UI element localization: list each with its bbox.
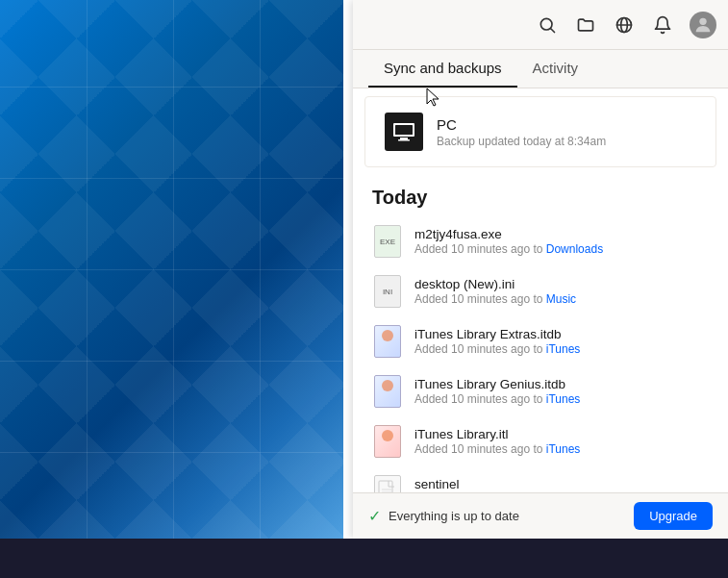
file-name: iTunes Library.itl	[414, 427, 709, 441]
avatar[interactable]	[690, 12, 716, 38]
file-info: iTunes Library Genius.itdb Added 10 minu…	[414, 377, 709, 406]
list-item[interactable]: iTunes Library Genius.itdb Added 10 minu…	[353, 366, 728, 416]
file-icon-ini: INI	[372, 274, 403, 309]
folder-link[interactable]: Music	[546, 292, 576, 306]
file-info: m2tjy4fusa.exe Added 10 minutes ago to D…	[414, 227, 709, 256]
grid-line	[87, 0, 88, 539]
svg-line-1	[551, 28, 555, 32]
pc-icon	[385, 113, 423, 151]
file-meta: Added 10 minutes ago to iTunes	[414, 342, 709, 356]
grid-line	[0, 452, 343, 453]
desktop-grid	[0, 0, 343, 539]
desktop-background	[0, 0, 343, 539]
file-icon-exe: EXE	[372, 224, 403, 259]
file-info: iTunes Library Extras.itdb Added 10 minu…	[414, 327, 709, 356]
file-meta: Added 10 minutes ago to iTunes	[414, 442, 709, 456]
file-icon-itdb2	[372, 374, 403, 409]
folder-icon[interactable]	[574, 13, 597, 37]
status-bar: ✓ Everything is up to date Upgrade	[353, 492, 728, 539]
grid-line	[0, 269, 343, 270]
panel-header	[353, 0, 728, 50]
tabs-bar: Sync and backups Activity	[353, 50, 728, 88]
svg-rect-7	[395, 125, 413, 135]
file-name: m2tjy4fusa.exe	[414, 227, 709, 241]
grid-line	[0, 87, 343, 88]
file-meta: Added 10 minutes ago to iTunes	[414, 392, 709, 406]
grid-line	[0, 361, 343, 362]
svg-point-5	[699, 17, 706, 24]
file-name: desktop (New).ini	[414, 277, 709, 291]
folder-link[interactable]: iTunes	[546, 442, 581, 456]
list-item[interactable]: iTunes Library Extras.itdb Added 10 minu…	[353, 316, 728, 366]
file-name: iTunes Library Extras.itdb	[414, 327, 709, 341]
file-icon-itdb	[372, 324, 403, 359]
tab-activity[interactable]: Activity	[517, 50, 594, 88]
checkmark-icon: ✓	[368, 507, 381, 525]
file-name: iTunes Library Genius.itdb	[414, 377, 709, 391]
dropbox-panel: Sync and backups Activity PC Backup upda…	[353, 0, 728, 539]
taskbar	[0, 539, 728, 578]
search-icon[interactable]	[536, 13, 559, 37]
globe-icon[interactable]	[613, 13, 636, 37]
backup-card[interactable]: PC Backup updated today at 8:34am	[364, 96, 716, 167]
list-item[interactable]: INI desktop (New).ini Added 10 minutes a…	[353, 266, 728, 316]
status-text: ✓ Everything is up to date	[368, 507, 519, 525]
pc-info: PC Backup updated today at 8:34am	[437, 116, 696, 148]
list-item[interactable]: EXE m2tjy4fusa.exe Added 10 minutes ago …	[353, 216, 728, 266]
folder-link[interactable]: Downloads	[546, 242, 603, 256]
bell-icon[interactable]	[651, 13, 674, 37]
grid-line	[0, 178, 343, 179]
file-name: sentinel	[414, 477, 709, 491]
status-label: Everything is up to date	[389, 509, 519, 523]
pc-name: PC	[437, 116, 696, 133]
grid-line	[260, 0, 261, 539]
svg-rect-8	[400, 138, 408, 139]
tab-sync-backups[interactable]: Sync and backups	[368, 50, 517, 88]
file-info: iTunes Library.itl Added 10 minutes ago …	[414, 427, 709, 456]
grid-line	[173, 0, 174, 539]
upgrade-button[interactable]: Upgrade	[634, 502, 713, 530]
svg-rect-9	[398, 139, 410, 141]
pc-status: Backup updated today at 8:34am	[437, 135, 696, 148]
folder-link[interactable]: iTunes	[546, 342, 581, 356]
list-item[interactable]: iTunes Library.itl Added 10 minutes ago …	[353, 416, 728, 466]
file-meta: Added 10 minutes ago to Music	[414, 292, 709, 306]
file-info: desktop (New).ini Added 10 minutes ago t…	[414, 277, 709, 306]
panel-content: PC Backup updated today at 8:34am Today …	[353, 88, 728, 539]
file-meta: Added 10 minutes ago to Downloads	[414, 242, 709, 256]
file-icon-itl	[372, 424, 403, 459]
today-section-title: Today	[353, 175, 728, 216]
folder-link[interactable]: iTunes	[546, 392, 581, 406]
